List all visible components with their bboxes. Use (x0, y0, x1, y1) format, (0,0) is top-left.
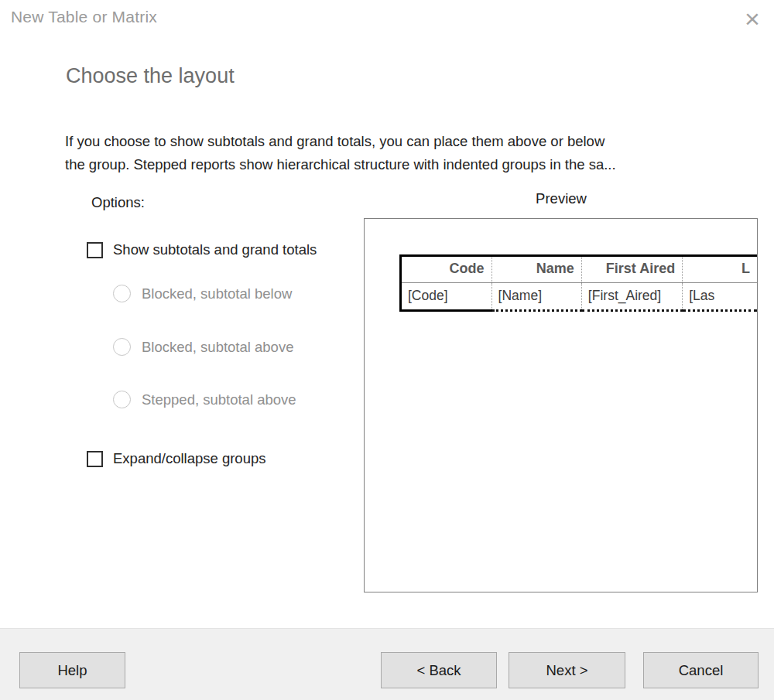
show-subtotals-checkbox-row: Show subtotals and grand totals (87, 241, 317, 258)
expand-collapse-checkbox-row: Expand/collapse groups (87, 450, 265, 467)
close-icon[interactable]: × (735, 2, 769, 36)
options-label: Options: (91, 194, 145, 211)
radio-blocked-subtotal-below-label: Blocked, subtotal below (142, 285, 292, 302)
page-description: If you choose to show subtotals and gran… (65, 130, 616, 176)
preview-cell-last-aired-clipped: [Las (683, 283, 757, 311)
preview-header-code: Code (401, 256, 492, 283)
show-subtotals-label: Show subtotals and grand totals (113, 241, 317, 258)
preview-label: Preview (364, 190, 759, 207)
radio-blocked-subtotal-below-row: Blocked, subtotal below (113, 285, 292, 302)
preview-table-header-row: Code Name First Aired L (401, 256, 758, 283)
cancel-button[interactable]: Cancel (643, 652, 759, 688)
radio-blocked-subtotal-below[interactable] (113, 285, 131, 302)
preview-table: Code Name First Aired L [Code] [Name] [F… (399, 254, 757, 312)
radio-blocked-subtotal-above-row: Blocked, subtotal above (113, 338, 293, 356)
page-title: Choose the layout (66, 64, 235, 88)
next-button[interactable]: Next > (509, 652, 625, 688)
preview-cell-name: [Name] (491, 283, 581, 311)
preview-header-last-aired-clipped: L (683, 256, 757, 283)
radio-stepped-subtotal-above-label: Stepped, subtotal above (142, 391, 296, 408)
footer-bar: Help < Back Next > Cancel (0, 628, 774, 700)
radio-blocked-subtotal-above[interactable] (113, 338, 131, 356)
preview-header-first-aired: First Aired (581, 256, 682, 283)
radio-blocked-subtotal-above-label: Blocked, subtotal above (142, 339, 293, 356)
radio-stepped-subtotal-above[interactable] (113, 391, 131, 408)
show-subtotals-checkbox[interactable] (87, 242, 103, 258)
preview-pane: Code Name First Aired L [Code] [Name] [F… (364, 218, 758, 592)
help-button[interactable]: Help (19, 652, 125, 688)
description-line-2: the group. Stepped reports show hierarch… (65, 153, 616, 176)
back-button[interactable]: < Back (381, 652, 497, 688)
expand-collapse-checkbox[interactable] (87, 451, 103, 467)
expand-collapse-label: Expand/collapse groups (113, 450, 265, 467)
window-title: New Table or Matrix (11, 8, 157, 26)
preview-table-data-row: [Code] [Name] [First_Aired] [Las (401, 283, 758, 311)
preview-cell-code: [Code] (401, 283, 492, 311)
radio-stepped-subtotal-above-row: Stepped, subtotal above (113, 391, 296, 408)
preview-cell-first-aired: [First_Aired] (581, 283, 682, 311)
description-line-1: If you choose to show subtotals and gran… (65, 130, 616, 153)
preview-header-name: Name (491, 256, 581, 283)
